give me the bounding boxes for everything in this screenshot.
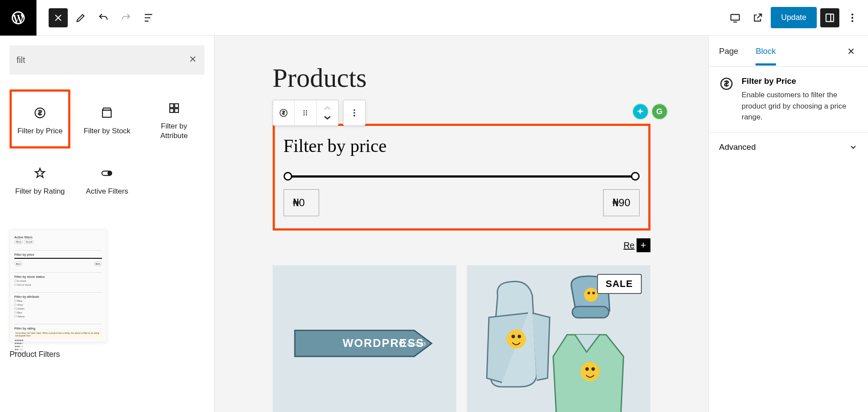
block-filter-by-attribute[interactable]: Filter by Attribute: [144, 89, 205, 148]
block-inserter-panel: Filter by Price Filter by Stock Filter b…: [0, 36, 215, 412]
star-icon: [33, 164, 46, 182]
block-label: Filter by Stock: [84, 126, 131, 136]
product-card[interactable]: SALE: [467, 265, 650, 412]
pattern-result[interactable]: Active filters Blue Small Filter by pric…: [10, 229, 205, 359]
grid-icon: [168, 99, 181, 117]
redo-button[interactable]: [116, 8, 135, 27]
drag-handle-icon[interactable]: [295, 100, 317, 125]
block-search-input-wrap: [10, 45, 205, 75]
svg-point-14: [304, 110, 305, 112]
update-button[interactable]: Update: [771, 7, 817, 28]
svg-point-36: [591, 367, 595, 371]
block-search-input[interactable]: [17, 55, 188, 65]
svg-point-17: [306, 112, 307, 114]
filter-by-price-block[interactable]: Filter by price ₦0 ₦90: [273, 124, 650, 231]
svg-point-15: [306, 110, 307, 112]
price-slider[interactable]: [284, 171, 640, 181]
svg-text:est 2003: est 2003: [407, 341, 426, 346]
undo-button[interactable]: [94, 8, 113, 27]
tab-page[interactable]: Page: [719, 37, 738, 66]
block-name: Filter by Price: [742, 76, 858, 86]
svg-point-4: [851, 20, 853, 22]
block-label: Active Filters: [86, 187, 128, 196]
editor-topbar: Update: [0, 0, 868, 36]
svg-point-31: [584, 288, 598, 302]
move-up-down-buttons[interactable]: [317, 100, 338, 125]
editor-canvas: Products: [215, 36, 708, 412]
price-max-input[interactable]: ₦90: [603, 189, 640, 216]
pattern-preview-thumbnail: Active filters Blue Small Filter by pric…: [10, 229, 107, 342]
box-icon: [100, 104, 113, 122]
block-label: Filter by Rating: [15, 187, 65, 196]
svg-point-19: [306, 114, 307, 115]
yoast-icon[interactable]: ✦: [632, 103, 649, 120]
reset-link[interactable]: Re: [624, 241, 635, 250]
currency-icon: [33, 104, 46, 122]
svg-point-34: [581, 362, 600, 381]
block-label: Filter by Attribute: [147, 122, 201, 141]
document-overview-button[interactable]: [139, 8, 158, 27]
view-button[interactable]: [726, 8, 745, 27]
add-block-button[interactable]: +: [637, 238, 650, 252]
block-label: Filter by Price: [17, 126, 63, 136]
svg-point-2: [851, 13, 853, 15]
price-min-input[interactable]: ₦0: [284, 189, 319, 216]
svg-point-16: [304, 112, 305, 114]
external-link-icon[interactable]: [748, 8, 767, 27]
svg-rect-8: [175, 104, 178, 108]
svg-rect-9: [170, 109, 174, 112]
block-toolbar: [273, 100, 366, 126]
edit-icon[interactable]: [71, 8, 90, 27]
svg-point-20: [353, 109, 355, 111]
svg-rect-6: [102, 110, 111, 117]
svg-point-18: [304, 114, 305, 115]
toggle-icon: [100, 164, 113, 182]
tab-block[interactable]: Block: [756, 37, 776, 66]
filter-block-title: Filter by price: [284, 135, 640, 156]
sale-badge: SALE: [597, 274, 642, 294]
block-options-button[interactable]: [343, 100, 365, 125]
svg-rect-1: [826, 14, 833, 21]
settings-sidebar: Page Block Filter by Price Enable custom…: [708, 36, 868, 412]
svg-point-35: [585, 367, 589, 371]
options-menu-button[interactable]: [843, 8, 862, 27]
wordpress-logo[interactable]: [0, 0, 36, 36]
svg-point-27: [507, 330, 526, 349]
svg-point-21: [353, 112, 355, 114]
chevron-down-icon: [849, 143, 858, 152]
block-type-icon[interactable]: [273, 100, 295, 125]
svg-point-32: [587, 292, 590, 294]
block-filter-by-rating[interactable]: Filter by Rating: [10, 155, 70, 204]
settings-sidebar-toggle[interactable]: [820, 8, 839, 27]
pattern-title: Product Filters: [10, 350, 205, 359]
svg-point-29: [518, 335, 521, 338]
block-description: Enable customers to filter the product g…: [742, 89, 858, 123]
clear-search-icon[interactable]: [188, 54, 198, 66]
close-sidebar-icon[interactable]: [845, 45, 858, 58]
currency-icon: [719, 76, 734, 123]
close-inserter-button[interactable]: [49, 8, 68, 27]
svg-point-28: [512, 335, 515, 338]
page-title[interactable]: Products: [273, 63, 650, 93]
block-active-filters[interactable]: Active Filters: [76, 155, 137, 204]
slider-handle-max[interactable]: [631, 172, 640, 181]
block-filter-by-stock[interactable]: Filter by Stock: [76, 89, 137, 148]
svg-rect-30: [572, 307, 609, 318]
svg-point-3: [851, 16, 853, 18]
svg-point-22: [353, 115, 355, 117]
svg-rect-7: [170, 104, 174, 108]
block-filter-by-price[interactable]: Filter by Price: [10, 89, 70, 148]
slider-handle-min[interactable]: [284, 172, 292, 181]
product-card[interactable]: WORDPRESS est 2003: [273, 265, 456, 412]
grammarly-icon[interactable]: G: [651, 103, 668, 120]
svg-point-33: [592, 292, 595, 294]
svg-rect-0: [731, 14, 739, 20]
advanced-panel-toggle[interactable]: Advanced: [709, 133, 868, 162]
svg-rect-10: [175, 109, 178, 112]
svg-point-12: [108, 171, 112, 175]
